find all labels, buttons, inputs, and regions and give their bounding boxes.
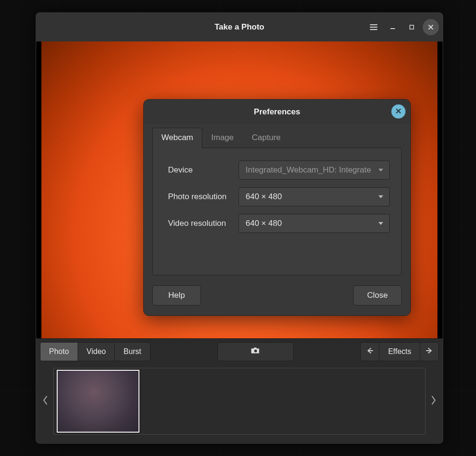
preferences-dialog: Preferences Webcam Image Capture Device xyxy=(143,99,411,316)
close-button[interactable]: Close xyxy=(353,285,402,305)
camera-icon xyxy=(250,346,261,357)
dialog-title: Preferences xyxy=(144,107,410,117)
arrow-right-icon xyxy=(426,347,433,356)
window-controls xyxy=(366,19,439,35)
svg-rect-0 xyxy=(410,25,414,29)
mode-switcher: Photo Video Burst xyxy=(40,342,150,361)
close-icon xyxy=(396,107,401,116)
minimize-icon xyxy=(389,24,396,30)
hamburger-icon xyxy=(369,23,378,31)
select-device-value: Integrated_Webcam_HD: Integrate xyxy=(246,165,371,175)
dialog-tabbar: Webcam Image Capture xyxy=(152,127,402,148)
chevron-down-icon xyxy=(378,168,384,172)
desktop-background: Take a Photo xyxy=(0,0,476,456)
select-video-resolution[interactable]: 640 × 480 xyxy=(238,214,390,233)
svg-point-1 xyxy=(254,350,257,353)
help-button[interactable]: Help xyxy=(152,285,201,305)
tab-image[interactable]: Image xyxy=(202,128,243,148)
shutter-area xyxy=(150,342,361,361)
row-device: Device Integrated_Webcam_HD: Integrate xyxy=(168,157,390,183)
mode-photo-button[interactable]: Photo xyxy=(40,342,78,361)
dialog-footer: Help Close xyxy=(144,282,410,315)
hamburger-menu-button[interactable] xyxy=(366,19,382,35)
select-video-resolution-value: 640 × 480 xyxy=(246,219,282,228)
maximize-icon xyxy=(408,24,415,30)
shutter-button[interactable] xyxy=(218,342,294,361)
select-photo-resolution[interactable]: 640 × 480 xyxy=(238,187,390,206)
thumbnail-container xyxy=(53,368,426,435)
mode-burst-button[interactable]: Burst xyxy=(115,342,150,361)
tab-capture[interactable]: Capture xyxy=(243,128,289,148)
label-device: Device xyxy=(168,165,238,175)
thumbs-scroll-left[interactable] xyxy=(37,365,53,438)
chevron-down-icon xyxy=(378,221,384,226)
toolbar: Photo Video Burst xyxy=(36,338,443,365)
select-photo-resolution-value: 640 × 480 xyxy=(246,192,282,202)
maximize-button[interactable] xyxy=(404,19,420,35)
mode-video-button[interactable]: Video xyxy=(78,342,115,361)
effects-next-button[interactable] xyxy=(420,342,439,361)
headerbar: Take a Photo xyxy=(36,13,443,41)
thumbnail-strip xyxy=(36,365,443,438)
select-device[interactable]: Integrated_Webcam_HD: Integrate xyxy=(238,161,390,180)
tab-webcam[interactable]: Webcam xyxy=(152,128,202,148)
label-video-resolution: Video resolution xyxy=(168,219,238,228)
window-close-button[interactable] xyxy=(423,19,439,35)
dialog-close-button[interactable] xyxy=(391,104,406,119)
minimize-button[interactable] xyxy=(385,19,401,35)
row-photo-resolution: Photo resolution 640 × 480 xyxy=(168,183,390,210)
row-video-resolution: Video resolution 640 × 480 xyxy=(168,210,390,237)
tab-panel-webcam: Device Integrated_Webcam_HD: Integrate P… xyxy=(152,148,402,275)
thumbs-scroll-right[interactable] xyxy=(426,365,442,438)
chevron-down-icon xyxy=(378,194,384,199)
effects-nav: Effects xyxy=(360,342,439,361)
chevron-left-icon xyxy=(42,395,49,407)
thumbnail[interactable] xyxy=(57,370,139,433)
dialog-body: Webcam Image Capture Device Integrated_W… xyxy=(144,124,410,282)
label-photo-resolution: Photo resolution xyxy=(168,192,238,202)
dialog-header: Preferences xyxy=(144,100,410,124)
arrow-left-icon xyxy=(366,347,374,356)
effects-button[interactable]: Effects xyxy=(379,342,420,361)
cheese-window: Take a Photo xyxy=(36,12,443,444)
chevron-right-icon xyxy=(430,395,437,407)
effects-prev-button[interactable] xyxy=(360,342,379,361)
close-icon xyxy=(427,24,434,30)
